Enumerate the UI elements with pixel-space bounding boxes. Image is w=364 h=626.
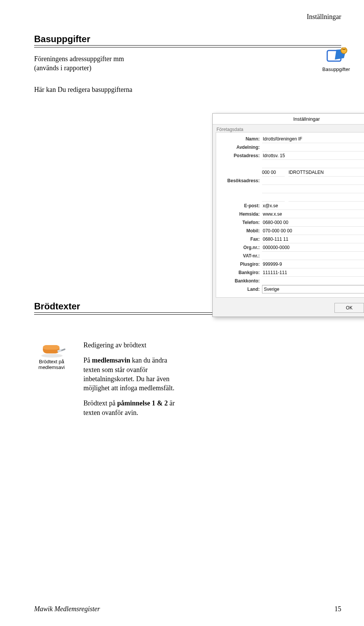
input-bankgiro[interactable]: 111111-111	[262, 269, 364, 277]
label-plusgiro: Plusgiro:	[220, 262, 262, 267]
input-fax[interactable]: 0680-111 11	[262, 235, 364, 243]
brodtext-icon-caption-2: medlemsavi	[31, 364, 72, 370]
label-mobil: Mobil:	[220, 228, 262, 233]
select-land-value: Sverige	[264, 287, 279, 292]
p3-pre: Brödtext på	[83, 399, 117, 407]
input-besok-pc[interactable]	[262, 194, 285, 202]
input-besok2[interactable]	[262, 185, 364, 193]
basuppgifter-icon-caption: Basuppgifter	[322, 66, 350, 72]
label-bankkonto: Bankkonto:	[220, 278, 262, 284]
ok-button[interactable]: OK	[334, 303, 364, 313]
label-hemsida: Hemsida:	[220, 211, 262, 217]
label-avdelning: Avdelning:	[220, 145, 262, 150]
group-label: Företagsdata	[213, 125, 364, 132]
input-orgnr[interactable]: 000000-0000	[262, 244, 364, 252]
brodtext-p2: På medlemsavin kan du ändra texten som s…	[83, 356, 178, 393]
label-telefon: Telefon:	[220, 220, 262, 225]
input-besok-city[interactable]	[289, 194, 364, 202]
section-basuppgifter-title: Basuppgifter	[34, 34, 341, 44]
input-postal-code[interactable]: 000 00	[262, 169, 285, 177]
input-mobil[interactable]: 070-000 00 00	[262, 227, 364, 235]
dialog-installningar-title: Inställningar	[293, 116, 320, 122]
label-vat: VAT-nr.:	[220, 253, 262, 259]
brodtext-icon[interactable]	[41, 341, 66, 358]
label-bankgiro: Bankgiro:	[220, 270, 262, 275]
input-vat[interactable]	[262, 252, 364, 260]
input-postadress[interactable]: Idrottsv. 15	[262, 152, 364, 160]
input-telefon[interactable]: 0680-000 00	[262, 219, 364, 227]
select-land[interactable]: Sverige ▾	[262, 285, 364, 293]
basuppgifter-icon[interactable]	[325, 47, 348, 66]
brodtext-p1: Redigering av brödtext	[83, 341, 178, 350]
label-postadress: Postadress:	[220, 153, 262, 158]
input-city[interactable]: IDROTTSDALEN	[289, 169, 364, 177]
label-epost: E-post:	[220, 203, 262, 208]
svg-point-1	[341, 47, 347, 54]
brodtext-icon-caption-1: Brödtext på	[31, 359, 72, 364]
p2-pre: På	[83, 356, 92, 364]
svg-point-3	[41, 354, 63, 358]
input-bankkonto[interactable]	[262, 277, 364, 285]
label-fax: Fax:	[220, 237, 262, 242]
input-namn[interactable]: Idrottsföreningen IF	[262, 135, 364, 143]
svg-rect-2	[342, 49, 345, 50]
label-land: Land:	[220, 287, 262, 292]
p3-bold: påminnelse 1 & 2	[117, 399, 168, 407]
input-hemsida[interactable]: www.x.se	[262, 210, 364, 218]
label-orgnr: Org.nr.:	[220, 245, 262, 250]
dialog-installningar: Inställningar Företagsdata Namn:Idrottsf…	[212, 113, 364, 317]
svg-rect-5	[43, 345, 60, 350]
p2-bold: medlemsavin	[92, 356, 130, 364]
page-header-right: Inställningar	[34, 13, 341, 21]
input-postadress2[interactable]	[262, 160, 364, 168]
input-epost[interactable]: x@x.se	[262, 202, 364, 210]
intro-text: Föreningens adressuppgifter mm (används …	[34, 54, 150, 73]
brodtext-p3: Brödtext på påminnelse 1 & 2 är texten o…	[83, 399, 178, 417]
input-besok[interactable]	[262, 177, 364, 185]
footer-page: 15	[334, 605, 341, 613]
edit-text: Här kan Du redigera basuppgifterna	[34, 85, 150, 94]
label-namn: Namn:	[220, 136, 262, 142]
input-plusgiro[interactable]: 999999-9	[262, 260, 364, 268]
rule	[34, 45, 341, 47]
label-besok: Besöksadress:	[220, 178, 262, 183]
input-avdelning[interactable]	[262, 143, 364, 151]
footer-left: Mawik Medlemsregister	[34, 605, 100, 613]
